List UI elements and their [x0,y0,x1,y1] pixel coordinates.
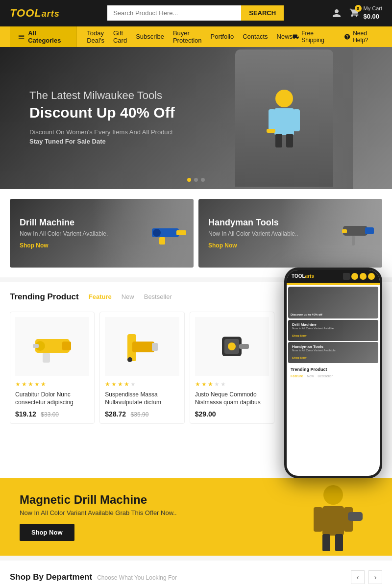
phone-trending: Trending Product Feature New Bestseller [287,364,380,381]
stars-2: ★ ★ ★ ★ ★ [105,381,179,388]
star: ★ [201,381,207,388]
phone-screen: TOOLarts Discover up to 40% off Drill Ma… [287,270,380,476]
dept-nav: ‹ › [351,570,382,584]
tab-bestseller[interactable]: Bestseller [144,293,172,300]
tab-new[interactable]: New [122,293,134,300]
svg-point-23 [127,357,132,362]
nav-subscribe[interactable]: Subscribe [136,33,164,40]
all-categories-btn[interactable]: All Categories [10,26,77,47]
phone-tab-feature[interactable]: Feature [291,374,303,378]
star: ★ [118,381,123,388]
phone-promo2-link[interactable]: Shop Now [292,356,306,359]
main-nav: All Categories Today Deal's Gift Card Su… [0,26,392,47]
cart-label: My Cart [364,5,383,12]
phone-hero-banner: Discover up to 40% off [288,287,378,318]
svg-rect-2 [269,109,275,131]
star: ★ [111,381,117,388]
nav-buyer-protection[interactable]: Buyer Protection [173,29,202,44]
dept-prev-btn[interactable]: ‹ [351,570,365,584]
logo[interactable]: TOOLarts [10,7,60,20]
phone-bell-icon [360,273,367,280]
phone-tab-bestseller[interactable]: Bestseller [318,374,333,378]
product-name-1: Curabitur Dolor Nunc consectetur adipisc… [15,391,89,407]
product-card-2: ★ ★ ★ ★ ★ Suspendisse Massa Nullavulputa… [99,312,184,424]
magnetic-shop-btn[interactable]: Shop Now [20,524,74,541]
dot-1[interactable] [187,178,191,182]
star: ★ [28,381,33,388]
star: ★ [15,381,21,388]
hero-dots [187,178,205,182]
star: ★ [41,381,46,388]
star-empty: ★ [130,381,136,388]
svg-rect-21 [132,342,154,352]
svg-rect-13 [342,229,347,233]
product-name-2: Suspendisse Massa Nullavulputate dictum [105,391,179,407]
search-input[interactable] [107,5,241,21]
product-card-1: ★ ★ ★ ★ ★ Curabitur Dolor Nunc consectet… [10,312,95,424]
cart-badge: 0 [355,5,362,12]
phone-tab-new[interactable]: New [307,374,314,378]
phone-promo2-desc: Now In All Color Varient Available. [292,349,374,352]
phone-promo1-title: Drill Machine [292,322,374,327]
star: ★ [22,381,27,388]
nav-today-deals[interactable]: Today Deal's [87,29,104,44]
account-icon-wrap[interactable] [332,8,342,18]
phone-promo2: Handyman Tools Now In All Color Varient … [288,342,378,363]
cart-wrap[interactable]: 0 My Cart $0.00 [349,5,383,22]
svg-point-10 [153,229,161,237]
product-img-svg-1 [30,324,74,368]
stars-3: ★ ★ ★ ★ ★ [195,381,269,388]
free-shipping-item: Free Shipping [293,30,336,44]
phone-promo2-title: Handyman Tools [292,344,374,349]
hero-worker-area [216,47,353,189]
magnetic-banner: Magnetic Drill Machine Now In All Color … [0,478,392,556]
person-silhouette [284,483,372,551]
phone-mockup: TOOLarts Discover up to 40% off Drill Ma… [284,268,382,478]
product-old-price-1: $33.00 [41,411,59,418]
stars-1: ★ ★ ★ ★ ★ [15,381,89,388]
nav-contacts[interactable]: Contacts [243,33,268,40]
phone-tabs: Feature New Bestseller [291,374,376,378]
worker-silhouette [265,89,304,147]
cart-amount: $0.00 [364,13,380,20]
phone-nav-bar [287,283,380,285]
nav-news[interactable]: News [277,33,293,40]
svg-rect-34 [348,512,363,521]
star-empty: ★ [214,381,220,388]
nav-portfolio[interactable]: Portfolio [211,33,234,40]
dot-2[interactable] [194,178,198,182]
product-price-1: $19.12 [15,410,36,418]
phone-logo: TOOLarts [292,273,314,279]
phone-promo1-link[interactable]: Shop Now [292,334,306,337]
hero-desc1: Discount On Women's Every Items And All … [29,128,175,136]
free-shipping-label: Free Shipping [301,30,336,44]
svg-rect-29 [322,506,344,536]
phone-header-icons [343,273,375,280]
nav-gift-card[interactable]: Gift Card [113,29,127,44]
svg-rect-32 [322,534,330,551]
star: ★ [124,381,129,388]
star-empty: ★ [220,381,226,388]
cart-text: My Cart $0.00 [364,5,383,22]
phone-promo1-desc: Now In All Color Varient Avialble [292,327,374,330]
magnetic-person-area [250,478,372,556]
need-help-item[interactable]: Need Help? [344,30,382,44]
product-price-row-3: $29.00 [195,410,269,418]
dept-title-area: Shop By Department Choose What You Looki… [10,572,177,582]
dept-next-btn[interactable]: › [368,570,382,584]
need-help-label: Need Help? [353,30,382,44]
svg-rect-26 [239,344,249,349]
tab-feature[interactable]: Feature [89,293,112,300]
svg-rect-3 [293,109,300,131]
user-icon [332,8,342,18]
trending-title: Trending Product [10,292,79,302]
products-row: ★ ★ ★ ★ ★ Curabitur Dolor Nunc consectet… [10,312,274,424]
logo-text: TOOL [10,7,42,19]
search-button[interactable]: SEARCH [241,5,284,21]
phone-banner-text: Discover up to 40% off [291,313,376,316]
star: ★ [34,381,40,388]
shipping-icon [293,33,299,40]
dept-header: Shop By Department Choose What You Looki… [10,570,382,584]
help-icon [344,33,350,40]
dot-3[interactable] [201,178,205,182]
